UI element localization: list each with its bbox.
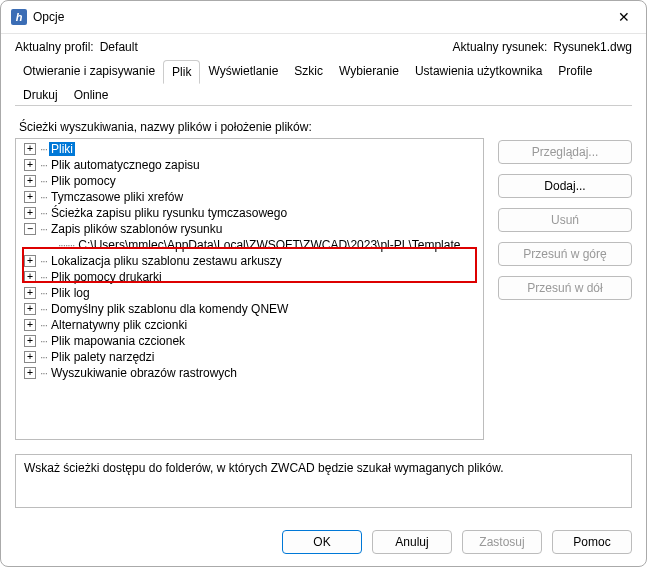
options-dialog: h Opcje ✕ Aktualny profil: Default Aktua… [0,0,647,567]
tree-view[interactable]: +···Pliki+···Plik automatycznego zapisu+… [15,138,484,440]
close-icon[interactable]: ✕ [612,7,636,27]
collapse-icon[interactable]: − [24,223,36,235]
tree-node[interactable]: −···Zapis plików szablonów rysunku [20,221,483,237]
tree-node[interactable]: +···Pliki [20,141,483,157]
tree-node[interactable]: +···Alternatywny plik czcionki [20,317,483,333]
tree-node[interactable]: +···Domyślny plik szablonu dla komendy Q… [20,301,483,317]
drawing-value: Rysunek1.dwg [553,40,632,54]
profile-value: Default [100,40,138,54]
side-button-column: Przeglądaj... Dodaj... Usuń Przesuń w gó… [498,138,632,300]
expand-icon[interactable]: + [24,319,36,331]
tree-node-label[interactable]: Plik pomocy [49,174,118,188]
dotted-connector: ··· [40,270,47,284]
move-up-button[interactable]: Przesuń w górę [498,242,632,266]
titlebar: h Opcje ✕ [1,1,646,34]
expand-icon[interactable]: + [24,287,36,299]
tree-node[interactable]: +···Plik pomocy drukarki [20,269,483,285]
expand-icon[interactable]: + [24,335,36,347]
window-title: Opcje [33,10,612,24]
tab-plik[interactable]: Plik [163,60,200,84]
help-button[interactable]: Pomoc [552,530,632,554]
tree-node-label[interactable]: Zapis plików szablonów rysunku [49,222,224,236]
tree-node-label[interactable]: Alternatywny plik czcionki [49,318,189,332]
tree-node[interactable]: +···Plik log [20,285,483,301]
tab-szkic[interactable]: Szkic [286,60,331,84]
info-row: Aktualny profil: Default Aktualny rysune… [1,34,646,56]
expand-icon[interactable]: + [24,367,36,379]
remove-button[interactable]: Usuń [498,208,632,232]
expand-icon[interactable]: + [24,271,36,283]
tree-node[interactable]: +···Wyszukiwanie obrazów rastrowych [20,365,483,381]
tree-node-label[interactable]: Plik palety narzędzi [49,350,156,364]
tree-node[interactable]: +···Ścieżka zapisu pliku rysunku tymczas… [20,205,483,221]
dotted-connector: ··· [40,302,47,316]
tree-node[interactable]: +···Plik automatycznego zapisu [20,157,483,173]
tree-node-label[interactable]: Plik mapowania czcionek [49,334,187,348]
tree-node-label[interactable]: Wyszukiwanie obrazów rastrowych [49,366,239,380]
tree-node[interactable]: +···Tymczasowe pliki xrefów [20,189,483,205]
dotted-connector: ··· [40,174,47,188]
tree-node[interactable]: ·······C:\Users\mmlec\AppData\Local\ZWSO… [20,237,483,253]
tree-node-label[interactable]: Lokalizacja pliku szablonu zestawu arkus… [49,254,284,268]
tree-node[interactable]: +···Lokalizacja pliku szablonu zestawu a… [20,253,483,269]
dotted-connector: ······· [58,238,74,252]
tab-otwieranie-i-zapisywanie[interactable]: Otwieranie i zapisywanie [15,60,163,84]
footer-buttons: OK Anuluj Zastosuj Pomoc [1,518,646,566]
dotted-connector: ··· [40,318,47,332]
tab-strip: Otwieranie i zapisywaniePlikWyświetlanie… [1,56,646,106]
tree-node-label[interactable]: Ścieżka zapisu pliku rysunku tymczasoweg… [49,206,289,220]
tree-node-label[interactable]: Plik pomocy drukarki [49,270,164,284]
tab-content: Ścieżki wyszukiwania, nazwy plików i poł… [1,106,646,518]
tab-wyświetlanie[interactable]: Wyświetlanie [200,60,286,84]
tree-node-label[interactable]: Domyślny plik szablonu dla komendy QNEW [49,302,290,316]
expand-icon[interactable]: + [24,351,36,363]
tab-wybieranie[interactable]: Wybieranie [331,60,407,84]
add-button[interactable]: Dodaj... [498,174,632,198]
tree-node-label[interactable]: Tymczasowe pliki xrefów [49,190,185,204]
dotted-connector: ··· [40,366,47,380]
tree-node-label[interactable]: Pliki [49,142,75,156]
tree-node[interactable]: +···Plik palety narzędzi [20,349,483,365]
expand-icon[interactable]: + [24,255,36,267]
tree-node[interactable]: +···Plik mapowania czcionek [20,333,483,349]
tree-node[interactable]: +···Plik pomocy [20,173,483,189]
dotted-connector: ··· [40,190,47,204]
dotted-connector: ··· [40,350,47,364]
expand-icon[interactable]: + [24,159,36,171]
tab-online[interactable]: Online [66,84,117,106]
tab-ustawienia-użytkownika[interactable]: Ustawienia użytkownika [407,60,550,84]
section-label: Ścieżki wyszukiwania, nazwy plików i poł… [19,120,632,134]
dotted-connector: ··· [40,158,47,172]
tab-drukuj[interactable]: Drukuj [15,84,66,106]
app-icon: h [11,9,27,25]
tree-node-label[interactable]: C:\Users\mmlec\AppData\Local\ZWSOFT\ZWCA… [76,238,462,252]
tab-profile[interactable]: Profile [550,60,600,84]
expand-icon[interactable]: + [24,303,36,315]
tree-node-label[interactable]: Plik log [49,286,92,300]
apply-button[interactable]: Zastosuj [462,530,542,554]
drawing-label: Aktualny rysunek: [453,40,548,54]
tree-node-label[interactable]: Plik automatycznego zapisu [49,158,202,172]
dotted-connector: ··· [40,222,47,236]
dotted-connector: ··· [40,286,47,300]
expand-icon[interactable]: + [24,175,36,187]
cancel-button[interactable]: Anuluj [372,530,452,554]
expand-icon[interactable]: + [24,207,36,219]
help-text: Wskaż ścieżki dostępu do folderów, w któ… [15,454,632,508]
expand-icon[interactable]: + [24,191,36,203]
ok-button[interactable]: OK [282,530,362,554]
profile-label: Aktualny profil: [15,40,94,54]
move-down-button[interactable]: Przesuń w dół [498,276,632,300]
dotted-connector: ··· [40,334,47,348]
browse-button[interactable]: Przeglądaj... [498,140,632,164]
dotted-connector: ··· [40,254,47,268]
dotted-connector: ··· [40,206,47,220]
dotted-connector: ··· [40,142,47,156]
expand-icon[interactable]: + [24,143,36,155]
